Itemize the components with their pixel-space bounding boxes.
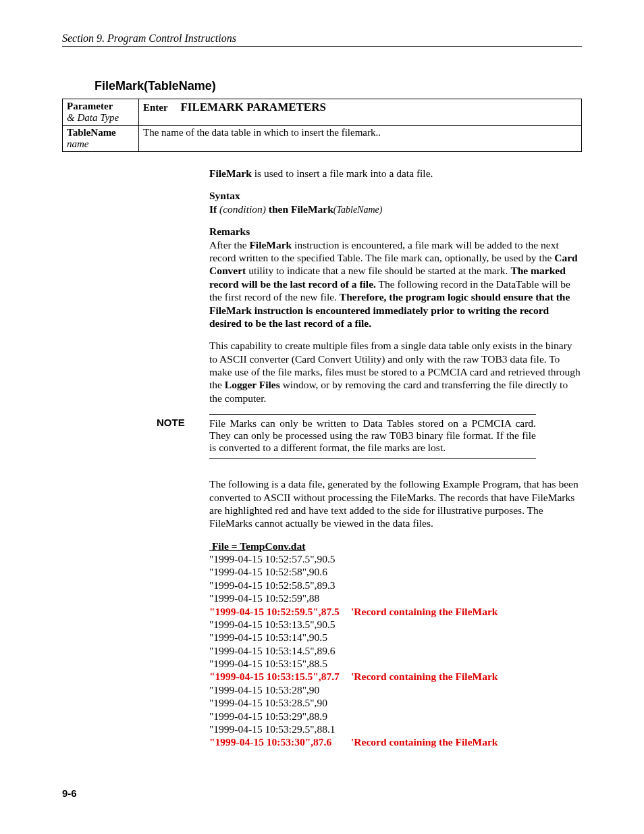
intro-paragraph: FileMark is used to insert a file mark i… xyxy=(209,167,582,180)
page-number: 9-6 xyxy=(62,787,77,799)
parameters-table: Parameter & Data Type Enter FILEMARK PAR… xyxy=(62,99,582,152)
running-header: Section 9. Program Control Instructions xyxy=(62,32,582,47)
filemark-annotation: 'Record containing the FileMark xyxy=(351,605,498,618)
data-file-entry: "1999-04-15 10:52:58",90.6 xyxy=(209,565,351,578)
file-heading: File = TempConv.dat xyxy=(209,540,582,552)
note-block: NOTE File Marks can only be written to D… xyxy=(157,414,536,459)
data-file-entry: "1999-04-15 10:53:30",87.6 xyxy=(209,735,351,748)
td-tablename: TableName xyxy=(67,127,116,138)
remarks-p1: After the FileMark instruction is encoun… xyxy=(209,238,582,330)
data-file-row: "1999-04-15 10:52:59.5",87.5'Record cont… xyxy=(209,605,582,618)
data-file-row: "1999-04-15 10:53:28.5",90 xyxy=(209,696,582,709)
data-file-entry: "1999-04-15 10:53:28",90 xyxy=(209,683,351,696)
th-title: FILEMARK PARAMETERS xyxy=(180,101,326,113)
remarks-label: Remarks xyxy=(209,225,582,238)
r1a: After the xyxy=(209,239,249,251)
data-file-block: File = TempConv.dat "1999-04-15 10:52:57… xyxy=(209,540,582,749)
syntax-block: Syntax If (condition) then FileMark(Tabl… xyxy=(209,189,582,215)
data-file-row: "1999-04-15 10:52:58",90.6 xyxy=(209,565,582,578)
syntax-label: Syntax xyxy=(209,190,240,201)
post-note-paragraph: The following is a data file, generated … xyxy=(209,477,582,530)
data-file-entry: "1999-04-15 10:52:59",88 xyxy=(209,592,351,604)
data-file-entry: "1999-04-15 10:53:14.5",89.6 xyxy=(209,644,351,657)
th-parameter: Parameter xyxy=(67,101,113,111)
syntax-then: then FileMark xyxy=(266,203,333,215)
data-file-entry: "1999-04-15 10:52:59.5",87.5 xyxy=(209,605,351,618)
data-file-entry: "1999-04-15 10:53:15",88.5 xyxy=(209,657,351,670)
syntax-cond: (condition) xyxy=(219,203,266,215)
data-file-row: "1999-04-15 10:53:13.5",90.5 xyxy=(209,618,582,631)
intro-filemark: FileMark xyxy=(209,167,252,179)
remarks-p2: This capability to create multiple files… xyxy=(209,339,582,405)
data-file-row: "1999-04-15 10:53:14",90.5 xyxy=(209,631,582,644)
syntax-arg: (TableName) xyxy=(333,205,383,215)
data-file-row: "1999-04-15 10:52:58.5",89.3 xyxy=(209,579,582,592)
data-file-row: "1999-04-15 10:53:15.5",87.7'Record cont… xyxy=(209,670,582,683)
data-file-entry: "1999-04-15 10:53:14",90.5 xyxy=(209,631,351,644)
note-label: NOTE xyxy=(157,414,209,459)
syntax-if: If xyxy=(209,203,219,215)
data-file-row: "1999-04-15 10:53:29.5",88.1 xyxy=(209,723,582,735)
td-desc: The name of the data table in which to i… xyxy=(139,126,582,152)
note-body: File Marks can only be written to Data T… xyxy=(209,414,536,459)
r1b: FileMark xyxy=(249,239,292,251)
data-file-entry: "1999-04-15 10:53:28.5",90 xyxy=(209,696,351,709)
data-file-row: "1999-04-15 10:53:15",88.5 xyxy=(209,657,582,670)
data-file-entry: "1999-04-15 10:52:57.5",90.5 xyxy=(209,552,351,565)
td-nametype: name xyxy=(67,138,89,149)
data-file-entry: "1999-04-15 10:52:58.5",89.3 xyxy=(209,579,351,592)
th-enter: Enter xyxy=(143,102,168,113)
th-datatype: & Data Type xyxy=(67,112,119,123)
data-file-entry: "1999-04-15 10:53:29.5",88.1 xyxy=(209,723,351,735)
data-file-row: "1999-04-15 10:53:14.5",89.6 xyxy=(209,644,582,657)
data-file-row: "1999-04-15 10:53:30",87.6'Record contai… xyxy=(209,735,582,748)
section-title: FileMark(TableName) xyxy=(95,79,582,93)
data-file-row: "1999-04-15 10:52:57.5",90.5 xyxy=(209,552,582,565)
r2b: Logger Files xyxy=(225,379,280,390)
data-file-row: "1999-04-15 10:53:28",90 xyxy=(209,683,582,696)
filemark-annotation: 'Record containing the FileMark xyxy=(351,735,498,748)
filemark-annotation: 'Record containing the FileMark xyxy=(351,670,498,683)
data-file-row: "1999-04-15 10:52:59",88 xyxy=(209,592,582,604)
intro-rest: is used to insert a file mark into a dat… xyxy=(252,167,433,179)
r1e: utility to indicate that a new file shou… xyxy=(246,265,510,276)
data-file-entry: "1999-04-15 10:53:29",88.9 xyxy=(209,710,351,723)
data-file-row: "1999-04-15 10:53:29",88.9 xyxy=(209,710,582,723)
data-file-entry: "1999-04-15 10:53:13.5",90.5 xyxy=(209,618,351,631)
data-file-entry: "1999-04-15 10:53:15.5",87.7 xyxy=(209,670,351,683)
